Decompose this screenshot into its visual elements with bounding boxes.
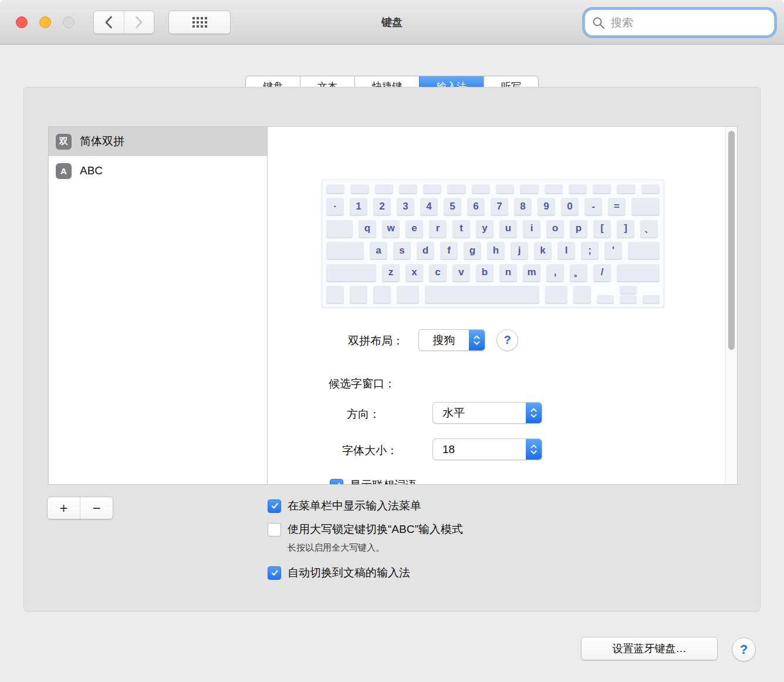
key-blank bbox=[399, 184, 417, 193]
key-blank bbox=[423, 184, 441, 193]
input-source-badge-icon: A bbox=[56, 163, 72, 179]
font-size-popup-value: 18 bbox=[433, 439, 526, 460]
search-icon bbox=[592, 16, 605, 29]
key-n: n bbox=[499, 264, 517, 281]
key-w: w bbox=[382, 220, 400, 237]
key-blank bbox=[375, 184, 393, 193]
chevron-up-down-icon bbox=[526, 439, 542, 460]
scrollbar-thumb[interactable] bbox=[728, 131, 735, 350]
setup-bluetooth-keyboard-button[interactable]: 设置蓝牙键盘… bbox=[581, 637, 718, 660]
key-,: , bbox=[546, 264, 564, 281]
input-source-label: 简体双拼 bbox=[80, 134, 124, 149]
input-source-item-1[interactable]: AABC bbox=[49, 156, 267, 185]
key-blank bbox=[326, 184, 344, 193]
input-sources-panes: 双简体双拼AABC ·1234567890-=qwertyuiop[]、asdf… bbox=[48, 126, 738, 485]
add-input-source-button[interactable]: + bbox=[48, 497, 80, 519]
key-blank bbox=[447, 184, 465, 193]
key-blank bbox=[326, 220, 353, 237]
input-source-item-0[interactable]: 双简体双拼 bbox=[49, 127, 267, 156]
key-blank bbox=[569, 184, 587, 193]
key-/: / bbox=[593, 264, 611, 281]
font-size-popup[interactable]: 18 bbox=[432, 438, 542, 460]
titlebar: 键盘 bbox=[0, 0, 784, 45]
key-8: 8 bbox=[514, 198, 532, 215]
caps-lock-subtext: 长按以启用全大写键入。 bbox=[288, 542, 463, 553]
key-blank bbox=[617, 184, 635, 193]
keyboard-layout-preview: ·1234567890-=qwertyuiop[]、asdfghjkl;'zxc… bbox=[322, 180, 664, 308]
key-blank bbox=[593, 184, 611, 193]
key-;: ; bbox=[581, 242, 599, 259]
key-f: f bbox=[440, 242, 458, 259]
input-source-list: 双简体双拼AABC bbox=[49, 127, 268, 484]
key-i: i bbox=[523, 220, 540, 237]
key-l: l bbox=[557, 242, 575, 259]
footer-checkbox-1[interactable] bbox=[268, 523, 281, 536]
key-j: j bbox=[511, 242, 528, 259]
key-0: 0 bbox=[561, 198, 579, 215]
chevron-up-down-icon bbox=[526, 403, 542, 423]
input-source-detail-pane: ·1234567890-=qwertyuiop[]、asdfghjkl;'zxc… bbox=[268, 127, 737, 484]
key-blank bbox=[350, 286, 367, 303]
question-help-icon: ? bbox=[740, 642, 748, 657]
check-icon bbox=[333, 481, 341, 484]
key-。: 。 bbox=[570, 264, 587, 281]
key-q: q bbox=[359, 220, 376, 237]
check-icon bbox=[271, 502, 279, 510]
key-h: h bbox=[487, 242, 505, 259]
help-button[interactable]: ? bbox=[732, 637, 756, 661]
remove-input-source-button[interactable]: − bbox=[80, 497, 113, 519]
orientation-popup-value: 水平 bbox=[433, 403, 526, 423]
footer-checkbox-0[interactable] bbox=[268, 499, 281, 513]
key-blank bbox=[641, 184, 660, 193]
key-blank bbox=[472, 184, 490, 193]
input-source-badge-icon: 双 bbox=[56, 134, 72, 150]
check-icon bbox=[271, 569, 279, 577]
search-input[interactable] bbox=[610, 16, 767, 30]
orientation-popup[interactable]: 水平 bbox=[432, 402, 542, 424]
key-blank bbox=[545, 184, 563, 193]
key-4: 4 bbox=[420, 198, 438, 215]
key-blank bbox=[496, 184, 514, 193]
key-blank bbox=[643, 295, 660, 303]
footer-checkbox-row-1: 使用大写锁定键切换“ABC”输入模式 bbox=[268, 522, 463, 537]
footer-checkbox-label: 自动切换到文稿的输入法 bbox=[288, 565, 410, 580]
key-blank bbox=[326, 242, 364, 259]
footer-checkbox-label: 在菜单栏中显示输入法菜单 bbox=[288, 498, 421, 514]
key-[: [ bbox=[593, 220, 611, 237]
key-blank bbox=[545, 286, 567, 303]
key-r: r bbox=[429, 220, 447, 237]
key-·: · bbox=[326, 198, 344, 215]
key-blank bbox=[617, 264, 660, 281]
layout-label: 双拼布局： bbox=[268, 333, 404, 349]
footer-options: 在菜单栏中显示输入法菜单使用大写锁定键切换“ABC”输入模式长按以启用全大写键入… bbox=[268, 498, 463, 589]
footer-checkbox-2[interactable] bbox=[268, 566, 281, 580]
orientation-label: 方向： bbox=[268, 407, 380, 422]
layout-popup[interactable]: 搜狗 bbox=[418, 329, 485, 351]
key-blank bbox=[631, 198, 660, 215]
footer-checkbox-label: 使用大写锁定键切换“ABC”输入模式 bbox=[288, 522, 463, 537]
show-associated-words-label: 显示联想词语 bbox=[350, 478, 417, 484]
key-t: t bbox=[452, 220, 470, 237]
show-associated-words-checkbox[interactable] bbox=[330, 479, 343, 485]
key-blank bbox=[326, 264, 376, 281]
scrollbar[interactable] bbox=[725, 127, 737, 484]
candidate-window-label: 候选字窗口： bbox=[329, 376, 396, 391]
keyboard-preferences-window: 键盘 键盘文本快捷键输入法听写 双简体双拼AABC ·1234567890-=q… bbox=[0, 0, 784, 682]
key-d: d bbox=[417, 242, 434, 259]
search-field[interactable] bbox=[584, 9, 775, 36]
key-o: o bbox=[546, 220, 564, 237]
key-blank bbox=[397, 286, 419, 303]
input-source-label: ABC bbox=[80, 164, 103, 177]
key-': ' bbox=[604, 242, 622, 259]
footer-checkbox-row-0: 在菜单栏中显示输入法菜单 bbox=[268, 498, 463, 514]
key-k: k bbox=[534, 242, 552, 259]
layout-help-button[interactable]: ? bbox=[496, 329, 518, 351]
key-blank bbox=[597, 295, 614, 303]
show-associated-words-row: 显示联想词语 bbox=[330, 478, 417, 484]
key-2: 2 bbox=[373, 198, 391, 215]
key-e: e bbox=[405, 220, 423, 237]
add-remove-control: + − bbox=[47, 497, 113, 519]
chevron-up-down-icon bbox=[469, 330, 485, 350]
key--: - bbox=[584, 198, 602, 215]
key-arrow-up bbox=[620, 286, 637, 293]
